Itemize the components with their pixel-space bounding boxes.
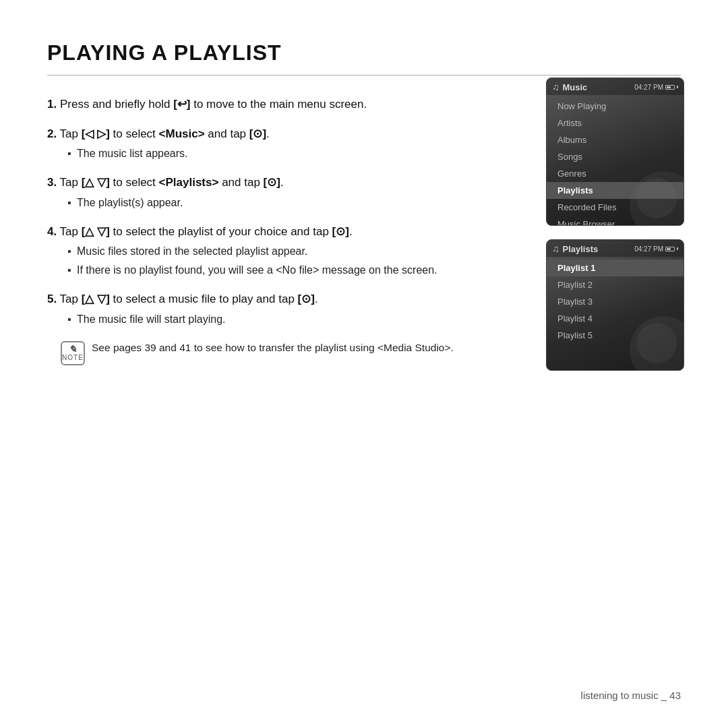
device2-menu-playlist4[interactable]: Playlist 4: [547, 310, 684, 327]
step-4-bullet-2: If there is no playlist found, you will …: [67, 262, 479, 278]
step-2-text: Tap [◁ ▷] to select <Music> and tap [⊙].: [60, 127, 270, 140]
device2-title: Playlists: [563, 244, 599, 254]
device1-header-left: ♫ Music: [552, 82, 587, 92]
step-2-number: 2.: [47, 127, 57, 140]
step-2-bullets: The music list appears.: [67, 146, 479, 162]
step-4-text: Tap [△ ▽] to select the playlist of your…: [60, 225, 353, 238]
step-5-text: Tap [△ ▽] to select a music file to play…: [60, 293, 318, 305]
device1-status-bar: 04:27 PM: [634, 84, 678, 91]
device1-menu-recorded-files[interactable]: Recorded Files: [547, 199, 684, 216]
device2-header: ♫ Playlists 04:27 PM: [547, 240, 684, 257]
step-5-bullets: The music file will start playing.: [67, 311, 479, 328]
step-5: 5. Tap [△ ▽] to select a music file to p…: [47, 291, 479, 328]
step-4-bullets: Music files stored in the selected playl…: [67, 243, 479, 278]
device-screen-music: ♫ Music 04:27 PM Now Playing Artists Alb…: [546, 78, 684, 226]
step-1-number: 1.: [47, 98, 57, 111]
step-5-bullet-1: The music file will start playing.: [67, 311, 479, 328]
device2-header-left: ♫ Playlists: [552, 243, 598, 254]
device1-menu-music-browser[interactable]: Music Browser: [547, 216, 684, 226]
device2-menu: Playlist 1 Playlist 2 Playlist 3 Playlis…: [547, 257, 684, 346]
devices-panel: ♫ Music 04:27 PM Now Playing Artists Alb…: [546, 78, 684, 371]
step-2: 2. Tap [◁ ▷] to select <Music> and tap […: [47, 125, 479, 162]
device1-menu-songs[interactable]: Songs: [547, 148, 684, 165]
page-footer: listening to music _ 43: [581, 690, 681, 701]
device2-menu-playlist2[interactable]: Playlist 2: [547, 276, 684, 293]
device2-status-bar: 04:27 PM: [634, 245, 678, 253]
device1-menu-artists[interactable]: Artists: [547, 115, 684, 131]
note-icon: ✎ NOTE: [61, 341, 85, 365]
device1-menu-now-playing[interactable]: Now Playing: [547, 98, 684, 115]
device2-menu-playlist5[interactable]: Playlist 5: [547, 327, 684, 344]
step-3-text: Tap [△ ▽] to select <Playlists> and tap …: [60, 176, 284, 189]
step-3-bullets: The playlist(s) appear.: [67, 195, 479, 211]
device1-battery-fill: [667, 86, 671, 88]
device2-menu-playlist1[interactable]: Playlist 1: [547, 260, 684, 276]
device1-menu-playlists[interactable]: Playlists: [547, 182, 684, 199]
device2-battery: [665, 247, 675, 251]
step-4-bullet-1: Music files stored in the selected playl…: [67, 243, 479, 260]
step-2-bullet-1: The music list appears.: [67, 146, 479, 162]
note-box: ✎ NOTE See pages 39 and 41 to see how to…: [61, 340, 479, 365]
device2-battery-cap: [677, 247, 678, 250]
device1-menu: Now Playing Artists Albums Songs Genres …: [547, 95, 684, 226]
page: PLAYING A PLAYLIST 1. Press and briefly …: [0, 0, 728, 728]
device2-time: 04:27 PM: [634, 245, 663, 253]
device1-battery: [665, 85, 675, 90]
device1-title: Music: [563, 82, 588, 92]
step-4: 4. Tap [△ ▽] to select the playlist of y…: [47, 223, 479, 279]
device1-battery-cap: [677, 86, 678, 88]
steps-container: 1. Press and briefly hold [↩] to move to…: [47, 96, 479, 365]
device2-battery-fill: [667, 248, 671, 250]
note-label: NOTE: [62, 354, 84, 361]
music-note-icon-2: ♫: [552, 243, 559, 254]
step-5-number: 5.: [47, 293, 57, 305]
note-icon-symbol: ✎: [69, 344, 77, 354]
device-screen-playlists: ♫ Playlists 04:27 PM Playlist 1 Playlist…: [546, 239, 684, 371]
music-note-icon: ♫: [552, 82, 559, 92]
step-1-text: Press and briefly hold [↩] to move to th…: [60, 98, 367, 111]
note-text: See pages 39 and 41 to see how to transf…: [92, 340, 454, 355]
device1-menu-genres[interactable]: Genres: [547, 165, 684, 182]
step-4-number: 4.: [47, 225, 57, 238]
device2-menu-playlist3[interactable]: Playlist 3: [547, 293, 684, 310]
step-3-number: 3.: [47, 176, 57, 189]
device1-header: ♫ Music 04:27 PM: [547, 78, 684, 95]
step-3-bullet-1: The playlist(s) appear.: [67, 195, 479, 211]
page-title: PLAYING A PLAYLIST: [47, 40, 681, 75]
step-1: 1. Press and briefly hold [↩] to move to…: [47, 96, 479, 113]
device1-menu-albums[interactable]: Albums: [547, 131, 684, 148]
step-3: 3. Tap [△ ▽] to select <Playlists> and t…: [47, 174, 479, 211]
device1-time: 04:27 PM: [634, 84, 663, 91]
